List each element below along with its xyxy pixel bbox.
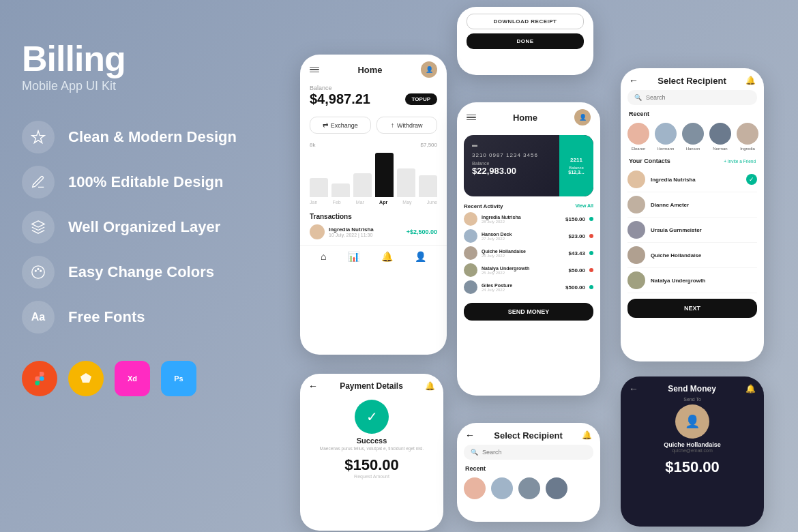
pd-navbar: ← Payment Details 🔔 xyxy=(300,374,443,394)
phone1-avatar: 👤 xyxy=(421,61,437,78)
view-all-link[interactable]: View All xyxy=(576,203,593,209)
sr-avatar-hermann: Hermann xyxy=(655,123,677,151)
contacts-list: Ingredia Nutrisha ✓ Dianne Ameter Ursula… xyxy=(621,167,764,293)
balance-label: Balance xyxy=(310,85,437,91)
sr6-bell-icon[interactable]: 🔔 xyxy=(582,430,592,440)
sr6-av-2 xyxy=(491,477,513,499)
dark-back-icon[interactable]: ← xyxy=(629,383,638,394)
phone2-menu-icon[interactable] xyxy=(467,115,476,121)
ra-name-5: Giles Posture xyxy=(482,283,561,288)
phone2-avatar: 👤 xyxy=(574,109,591,125)
contact-name-dianne: Dianne Ameter xyxy=(651,202,757,208)
avatar-ingredia xyxy=(737,123,758,145)
feature-fonts: Aa Free Fonts xyxy=(22,301,254,334)
chart-bars xyxy=(310,149,437,197)
phone1-title: Home xyxy=(357,65,382,75)
feature-colors-label: Easy Change Colors xyxy=(68,263,214,281)
avatar-hanson xyxy=(682,123,704,145)
xd-label: Xd xyxy=(128,374,137,383)
contact-avatar-natalya xyxy=(627,271,645,289)
sr6-search-bar[interactable]: 🔍 xyxy=(464,445,593,460)
done-button[interactable]: DONE xyxy=(467,33,584,49)
bell-nav-icon[interactable]: 🔔 xyxy=(381,251,393,262)
profile-nav-icon[interactable]: 👤 xyxy=(415,251,426,262)
contact-quiche[interactable]: Quiche Hollandaise xyxy=(627,243,757,268)
balance-amount: $4,987.21 TOPUP xyxy=(310,91,437,107)
phone1-bottom-nav: ⌂ 📊 🔔 👤 xyxy=(300,245,447,269)
credit-card: ▬ 3210 0987 1234 3456 Balance $22,983.00… xyxy=(464,135,593,196)
sr-bell-icon[interactable]: 🔔 xyxy=(745,76,756,85)
ra-info-2: Hanson Deck 27 July 2022 xyxy=(482,232,565,241)
back-icon[interactable]: ← xyxy=(308,381,318,391)
ra-date-5: 24 July 2022 xyxy=(482,288,561,292)
menu-icon[interactable] xyxy=(310,67,319,73)
sr-navbar: ← Select Recipient 🔔 xyxy=(621,68,764,90)
pd-bell-icon[interactable]: 🔔 xyxy=(425,381,435,391)
bar-apr-fill xyxy=(375,153,394,197)
contact-avatar-quiche xyxy=(627,246,645,264)
transactions-label: Transactions xyxy=(310,213,437,220)
sr-back-icon[interactable]: ← xyxy=(629,75,638,86)
search6-input[interactable] xyxy=(482,449,587,456)
ra-item-4: Natalya Undergrowth 25 July 2022 $50.00 xyxy=(464,263,593,277)
month-jan: Jan xyxy=(310,200,317,205)
contact-ingredia[interactable]: Ingredia Nutrisha ✓ xyxy=(627,167,757,192)
bar-may xyxy=(397,168,415,197)
ra-date-1: 28 July 2022 xyxy=(482,220,561,224)
svg-marker-5 xyxy=(80,373,91,383)
chart-nav-icon[interactable]: 📊 xyxy=(348,251,359,262)
exchange-button[interactable]: ⇄ Exchange xyxy=(310,117,371,134)
month-feb: Feb xyxy=(333,200,341,205)
topup-button[interactable]: TOPUP xyxy=(405,93,437,105)
receipt-content: DOWNLOAD RECEIPT DONE xyxy=(457,7,593,56)
invite-link[interactable]: + Invite a Friend xyxy=(724,159,756,164)
bar-feb xyxy=(331,183,350,197)
ra-avatar-2 xyxy=(464,229,477,243)
sr-search-bar[interactable]: 🔍 xyxy=(627,90,757,105)
sr6-avatars-row xyxy=(457,475,600,505)
avatar-name-hanson: Hanson xyxy=(686,147,700,151)
ra-name-3: Quiche Hollandaise xyxy=(482,249,565,254)
balance-value: $4,987.21 xyxy=(310,91,370,107)
ra-avatar-5 xyxy=(464,280,477,294)
ra-dot-1 xyxy=(589,217,593,221)
phone-home-card: Home 👤 ▬ 3210 0987 1234 3456 Balance $22… xyxy=(457,102,600,396)
contact-dianne[interactable]: Dianne Ameter xyxy=(627,192,757,218)
recent-activity-header: Recent Activity View All xyxy=(464,203,593,209)
dark-bell-icon[interactable]: 🔔 xyxy=(745,384,756,394)
chart-mid-label: $7,500 xyxy=(421,142,437,148)
sr6-avatar-4 xyxy=(546,477,567,499)
left-panel: Billing Mobile App UI Kit Clean & Modern… xyxy=(22,41,254,396)
success-desc: Maecenas purus tellus, volutpat e, tinci… xyxy=(300,446,443,451)
brand-title: Billing xyxy=(22,41,254,76)
next-button[interactable]: NEXT xyxy=(627,299,757,318)
search-input[interactable] xyxy=(646,94,750,101)
send-money-button[interactable]: SEND MONEY xyxy=(464,303,593,321)
payment-req-label: Request Amount xyxy=(300,474,443,479)
contact-natalya[interactable]: Natalya Undergrowth xyxy=(627,268,757,293)
brand-subtitle: Mobile App UI Kit xyxy=(22,79,254,93)
chart-months: Jan Feb Mar Apr May June xyxy=(310,197,437,205)
ra-amount-1: $150.00 xyxy=(565,216,585,222)
balance-section: Balance $4,987.21 TOPUP xyxy=(300,82,447,113)
svg-point-1 xyxy=(32,266,44,278)
withdraw-button[interactable]: ↑ Withdraw xyxy=(376,117,438,134)
avatar-name-ingredia: Ingredia xyxy=(740,147,755,151)
sr6-av-3 xyxy=(518,477,540,499)
sr6-avatar-3 xyxy=(518,477,540,499)
dark-send-amount: $150.00 xyxy=(621,458,764,476)
card-balance2-amount: $12,3... xyxy=(568,170,584,175)
ra-date-4: 25 July 2022 xyxy=(482,271,565,275)
contact-ursula[interactable]: Ursula Gurnmeister xyxy=(627,218,757,243)
sr6-back-icon[interactable]: ← xyxy=(465,430,475,441)
bar-jan xyxy=(310,178,328,197)
pd-title: Payment Details xyxy=(340,381,403,391)
check-icon-ingredia: ✓ xyxy=(746,174,757,185)
palette-icon xyxy=(31,265,46,280)
success-label: Success xyxy=(300,437,443,445)
your-contacts-header: Your Contacts + Invite a Friend xyxy=(621,156,764,167)
home-nav-icon[interactable]: ⌂ xyxy=(321,251,326,262)
phone-send-money-dark: ← Send Money 🔔 Send To 👤 Quiche Hollanda… xyxy=(621,376,764,527)
ra-info-5: Giles Posture 24 July 2022 xyxy=(482,283,561,292)
download-receipt-button[interactable]: DOWNLOAD RECEIPT xyxy=(467,14,584,29)
